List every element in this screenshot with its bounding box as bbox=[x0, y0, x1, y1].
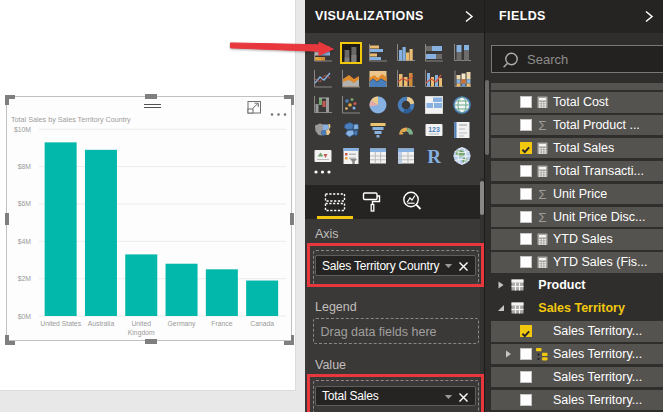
visual-icon-card[interactable]: 123 bbox=[424, 120, 444, 140]
field-name[interactable]: Total Cost bbox=[553, 95, 609, 109]
fields-scrollbar-thumb[interactable] bbox=[485, 80, 489, 155]
visual-icon-100-stacked-column-chart[interactable] bbox=[452, 43, 472, 63]
field-row[interactable]: Sales Territory... bbox=[491, 321, 663, 342]
bar-france[interactable] bbox=[206, 269, 238, 316]
more-options-icon[interactable] bbox=[270, 103, 287, 121]
focus-mode-icon[interactable] bbox=[247, 100, 262, 118]
visual-icon-waterfall-chart[interactable] bbox=[313, 95, 333, 115]
field-checkbox[interactable] bbox=[520, 188, 532, 200]
visual-icon-pie-chart[interactable] bbox=[368, 95, 388, 115]
field-name[interactable]: Total Product ... bbox=[553, 118, 640, 132]
field-name[interactable]: Sales Territory... bbox=[553, 324, 642, 338]
field-row[interactable]: YTD Sales bbox=[491, 229, 663, 250]
field-name[interactable]: Total Sales bbox=[553, 141, 614, 155]
visual-icon-gauge[interactable] bbox=[396, 120, 416, 140]
legend-well-zone[interactable]: Drag data fields here bbox=[313, 318, 479, 344]
collapse-fields-pane-icon[interactable] bbox=[644, 10, 654, 23]
visual-icon-line-chart[interactable] bbox=[313, 69, 333, 89]
field-checkbox[interactable] bbox=[520, 394, 532, 406]
tab-analytics[interactable] bbox=[401, 190, 425, 214]
expand-field-icon[interactable] bbox=[505, 350, 512, 358]
field-name[interactable]: Sales Territory... bbox=[553, 370, 642, 384]
visual-icon-scatter-chart[interactable] bbox=[341, 95, 361, 115]
visual-icon-stacked-area-chart[interactable] bbox=[368, 69, 388, 89]
visual-icon-stacked-bar-chart[interactable] bbox=[313, 43, 333, 63]
field-name[interactable]: Unit Price Disc... bbox=[553, 210, 645, 224]
visual-icon-line-and-stacked-column-chart[interactable] bbox=[396, 69, 416, 89]
bar-canada[interactable] bbox=[246, 281, 278, 316]
field-row[interactable]: Sales Territory... bbox=[491, 390, 663, 411]
resize-handle-right[interactable] bbox=[290, 213, 295, 225]
field-row[interactable]: Total Cost bbox=[491, 92, 663, 113]
field-row[interactable]: Total Sales bbox=[491, 138, 663, 159]
field-row[interactable]: Sales Territory... bbox=[491, 367, 663, 388]
field-checkbox[interactable] bbox=[520, 165, 532, 177]
visual-icon-shape-map[interactable] bbox=[341, 120, 361, 140]
bar-australia[interactable] bbox=[85, 150, 117, 316]
field-name[interactable]: YTD Sales bbox=[553, 232, 613, 246]
field-checkbox[interactable] bbox=[520, 96, 532, 108]
expand-table-icon[interactable] bbox=[497, 281, 505, 289]
visual-icon-table[interactable] bbox=[368, 146, 388, 166]
visual-icon-line-and-clustered-column-chart[interactable] bbox=[424, 69, 444, 89]
visual-icon-100-stacked-bar-chart[interactable] bbox=[424, 43, 444, 63]
field-checkbox[interactable] bbox=[520, 119, 532, 131]
field-row-partial[interactable] bbox=[491, 83, 663, 90]
field-name[interactable]: Total Transacti... bbox=[553, 164, 644, 178]
field-row[interactable]: ΣUnit Price Disc... bbox=[491, 207, 663, 228]
field-name[interactable]: Sales Territory... bbox=[553, 393, 642, 407]
field-checkbox-checked[interactable] bbox=[520, 325, 532, 337]
bar-united-states[interactable] bbox=[45, 142, 77, 316]
field-checkbox-checked[interactable] bbox=[520, 142, 532, 154]
visual-icon-map[interactable] bbox=[452, 95, 472, 115]
bar-united-kingdom[interactable] bbox=[125, 254, 157, 316]
visual-icon-funnel[interactable] bbox=[368, 120, 388, 140]
tab-fields[interactable] bbox=[323, 190, 347, 214]
report-canvas[interactable]: Total Sales by Sales Territory Country $… bbox=[0, 0, 305, 412]
field-row[interactable]: Total Transacti... bbox=[491, 161, 663, 182]
resize-handle-bottom-right[interactable] bbox=[284, 335, 294, 345]
field-row[interactable]: ΣUnit Price bbox=[491, 184, 663, 205]
resize-handle-top-right[interactable] bbox=[284, 95, 294, 105]
resize-handle-top-left[interactable] bbox=[5, 95, 15, 105]
field-name[interactable]: Unit Price bbox=[553, 187, 607, 201]
field-checkbox[interactable] bbox=[520, 211, 532, 223]
field-table-9[interactable]: Sales Territory bbox=[491, 298, 663, 319]
field-checkbox[interactable] bbox=[520, 233, 532, 245]
visual-icon-r-script-visual[interactable]: R bbox=[424, 146, 444, 166]
visual-icon-clustered-column-chart[interactable] bbox=[396, 43, 416, 63]
tab-format[interactable] bbox=[361, 190, 385, 214]
visual-icon-slicer[interactable] bbox=[341, 146, 361, 166]
search-box[interactable]: Search bbox=[491, 45, 663, 73]
resize-handle-top[interactable] bbox=[145, 94, 157, 99]
table-name[interactable]: Product bbox=[538, 278, 585, 292]
field-name[interactable]: YTD Sales (Fis... bbox=[553, 255, 647, 269]
visual-icon-donut-chart[interactable] bbox=[396, 95, 416, 115]
resize-handle-left[interactable] bbox=[5, 213, 10, 225]
visual-icon-multi-row-card[interactable] bbox=[452, 120, 472, 140]
visual-icon-filled-map[interactable] bbox=[313, 120, 333, 140]
field-checkbox[interactable] bbox=[520, 256, 532, 268]
resize-handle-bottom[interactable] bbox=[145, 339, 157, 345]
visual-icon-stacked-column-chart[interactable] bbox=[341, 43, 361, 63]
visual-icon-area-chart[interactable] bbox=[341, 69, 361, 89]
field-checkbox[interactable] bbox=[520, 348, 532, 360]
collapse-pane-icon[interactable] bbox=[464, 10, 474, 23]
collapse-table-icon[interactable] bbox=[497, 304, 505, 312]
field-checkbox[interactable] bbox=[520, 371, 532, 383]
more-visuals-icon[interactable] bbox=[313, 163, 333, 173]
field-row[interactable]: Sales Territory... bbox=[491, 344, 663, 365]
resize-handle-bottom-left[interactable] bbox=[5, 335, 15, 345]
visual-icon-clustered-bar-chart[interactable] bbox=[368, 43, 388, 63]
field-name[interactable]: Sales Territory... bbox=[553, 347, 642, 361]
visual-icon-treemap[interactable] bbox=[424, 95, 444, 115]
visual-icon-matrix[interactable] bbox=[396, 146, 416, 166]
chart-visual[interactable]: Total Sales by Sales Territory Country $… bbox=[6, 96, 292, 341]
field-table-8[interactable]: Product bbox=[491, 275, 663, 296]
bar-germany[interactable] bbox=[166, 264, 198, 316]
table-name[interactable]: Sales Territory bbox=[538, 301, 625, 315]
visual-icon-ribbon-chart[interactable] bbox=[452, 69, 472, 89]
visual-icon-arcgis-map[interactable] bbox=[452, 146, 472, 166]
field-row[interactable]: ΣTotal Product ... bbox=[491, 115, 663, 136]
field-row[interactable]: YTD Sales (Fis... bbox=[491, 252, 663, 273]
